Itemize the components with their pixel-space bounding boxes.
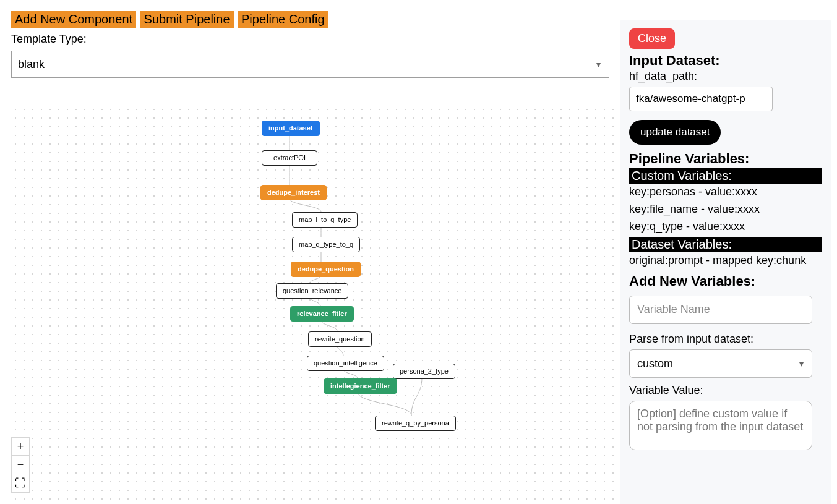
config-panel: Close Input Dataset: hf_data_path: updat… [620, 20, 831, 504]
toolbar: Add New Component Submit Pipeline Pipeli… [11, 11, 609, 28]
node-relevance_fitler[interactable]: relevance_fitler [290, 306, 354, 322]
pipeline-vars-heading: Pipeline Variables: [629, 151, 822, 167]
close-button[interactable]: Close [629, 28, 675, 49]
node-question_relevance[interactable]: question_relevance [276, 283, 348, 299]
dataset-vars-header: Dataset Variables: [629, 237, 822, 252]
node-question_intelligence[interactable]: question_intelligence [307, 356, 384, 371]
node-map_i_to_q_type[interactable]: map_i_to_q_type [292, 212, 358, 228]
node-dedupe_interest[interactable]: dedupe_interest [260, 185, 327, 200]
update-dataset-button[interactable]: update dataset [629, 120, 721, 145]
custom-var-row: key:q_type - value:xxxx [629, 218, 822, 236]
custom-var-row: key:personas - value:xxxx [629, 184, 822, 201]
template-type-select[interactable]: blank [11, 51, 609, 78]
variable-value-label: Variable Value: [629, 384, 822, 397]
node-input_dataset[interactable]: input_dataset [262, 121, 320, 136]
dataset-var-row: original:prompt - mapped key:chunk [629, 252, 822, 270]
hf-path-label: hf_data_path: [629, 70, 822, 83]
parse-label: Parse from input dataset: [629, 333, 822, 346]
submit-pipeline-button[interactable]: Submit Pipeline [140, 11, 234, 28]
node-extractPOI[interactable]: extractPOI [262, 150, 317, 166]
pipeline-canvas[interactable]: input_datasetextractPOIdedupe_interestma… [11, 105, 620, 504]
node-persona_2_type[interactable]: persona_2_type [393, 364, 455, 379]
node-dedupe_question[interactable]: dedupe_question [291, 262, 361, 277]
zoom-out-button[interactable]: − [11, 456, 30, 474]
template-type-label: Template Type: [11, 33, 609, 46]
parse-select[interactable]: custom [629, 349, 812, 378]
pipeline-config-button[interactable]: Pipeline Config [238, 11, 328, 28]
node-map_q_type_to_q[interactable]: map_q_type_to_q [292, 237, 360, 252]
input-dataset-heading: Input Dataset: [629, 53, 822, 69]
custom-var-row: key:file_name - value:xxxx [629, 201, 822, 218]
node-intellegience_filter[interactable]: intellegience_filter [324, 378, 397, 394]
node-rewrite_question[interactable]: rewrite_question [308, 331, 372, 347]
zoom-fit-button[interactable]: ⛶ [11, 474, 30, 493]
variable-name-input[interactable] [629, 296, 812, 324]
zoom-controls: + − ⛶ [11, 437, 30, 493]
custom-vars-header: Custom Variables: [629, 168, 822, 184]
zoom-in-button[interactable]: + [11, 437, 30, 456]
node-rewrite_q_by_persona[interactable]: rewrite_q_by_persona [375, 416, 456, 431]
hf-path-input[interactable] [629, 87, 773, 111]
variable-value-textarea[interactable] [629, 401, 812, 450]
add-new-vars-heading: Add New Variables: [629, 273, 822, 289]
add-component-button[interactable]: Add New Component [11, 11, 136, 28]
